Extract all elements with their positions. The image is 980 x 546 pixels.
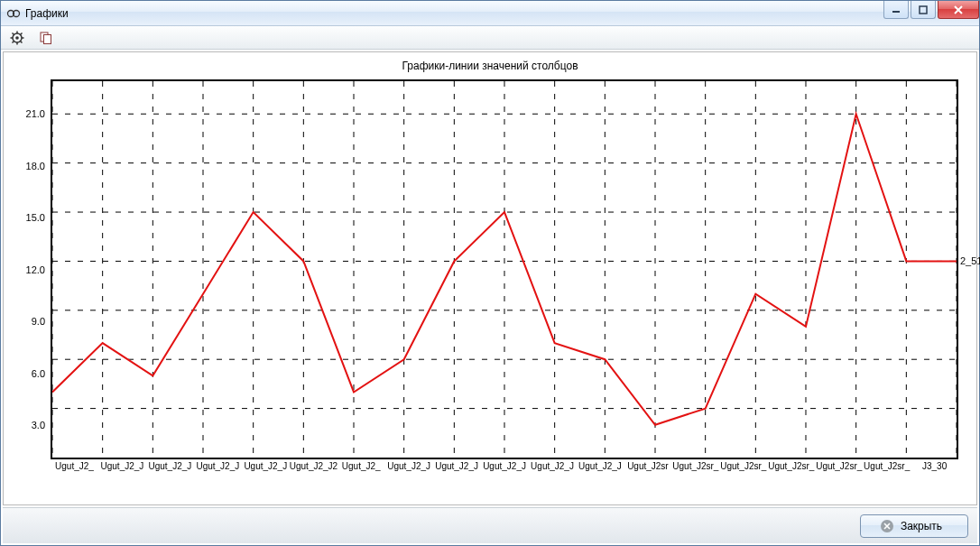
close-button-icon <box>881 520 893 532</box>
y-tick-label: 12.0 <box>26 264 45 275</box>
window-frame: Графики <box>0 0 980 546</box>
window-controls <box>883 1 979 19</box>
x-tick-label: Ugut_J2_ <box>51 461 98 477</box>
x-tick-label: Ugut_J2_J <box>98 461 146 477</box>
y-tick-label: 18.0 <box>26 161 45 171</box>
x-tick-label: Ugut_J2sr_ <box>671 461 719 477</box>
titlebar: Графики <box>1 1 979 26</box>
x-tick-label: J3_30 <box>911 461 958 477</box>
y-axis-labels: 3.06.09.012.015.018.021.0 <box>14 79 49 477</box>
y-tick-label: 21.0 <box>26 108 45 119</box>
svg-line-10 <box>13 32 14 34</box>
settings-button[interactable] <box>8 29 26 47</box>
copy-button[interactable] <box>37 29 55 47</box>
svg-line-12 <box>21 32 23 34</box>
close-window-button[interactable] <box>938 1 979 19</box>
x-tick-label: Ugut_J2_J <box>194 461 242 477</box>
x-tick-label: Ugut_J2_ <box>337 461 385 477</box>
maximize-button[interactable] <box>911 1 936 19</box>
chart-svg <box>52 81 957 458</box>
x-tick-label: Ugut_J2sr_ <box>719 461 767 477</box>
x-tick-label: Ugut_J2sr <box>624 461 671 477</box>
x-tick-label: Ugut_J2_J2s <box>290 461 337 477</box>
x-tick-label: Ugut_J2_J <box>146 461 194 477</box>
copy-icon <box>39 31 53 45</box>
close-button[interactable]: Закрыть <box>860 514 968 538</box>
minimize-button[interactable] <box>883 1 909 19</box>
x-tick-label: Ugut_J2_J <box>481 461 529 477</box>
x-tick-label: Ugut_J2sr_ <box>767 461 815 477</box>
x-tick-label: Ugut_J2_J <box>385 461 433 477</box>
svg-line-13 <box>13 41 14 42</box>
x-tick-label: Ugut_J2_J <box>576 461 624 477</box>
svg-rect-15 <box>44 34 51 43</box>
y-tick-label: 9.0 <box>32 316 45 327</box>
svg-line-11 <box>21 41 23 42</box>
svg-rect-3 <box>920 6 927 14</box>
toolbar <box>1 26 979 50</box>
app-icon <box>6 6 21 21</box>
x-tick-label: Ugut_J2sr_ <box>815 461 863 477</box>
window-title: Графики <box>25 7 69 20</box>
y-tick-label: 3.0 <box>32 420 45 430</box>
x-tick-label: Ugut_J2_J <box>529 461 577 477</box>
x-tick-label: Ugut_J2_J <box>433 461 481 477</box>
x-tick-label: Ugut_J2_J <box>242 461 290 477</box>
chart-panel: Графики-линии значений столбцов 3.06.09.… <box>3 51 977 505</box>
x-axis-labels: Ugut_J2_Ugut_J2_JUgut_J2_JUgut_J2_JUgut_… <box>51 461 958 477</box>
minimize-icon <box>892 5 901 14</box>
plot-box: 2_51 <box>51 79 958 459</box>
close-button-label: Закрыть <box>901 520 942 532</box>
svg-rect-2 <box>892 11 900 13</box>
x-tick-label: Ugut_J2sr_ <box>863 461 911 477</box>
bottom-bar: Закрыть <box>3 507 977 543</box>
gear-icon <box>10 31 24 45</box>
plot-wrap: 3.06.09.012.015.018.021.0 2_51 Ugut_J2_U… <box>14 79 966 477</box>
svg-point-5 <box>15 36 19 40</box>
y-tick-label: 6.0 <box>32 368 45 379</box>
maximize-icon <box>919 5 928 14</box>
y-tick-label: 15.0 <box>26 212 45 223</box>
chart-title: Графики-линии значений столбцов <box>4 60 976 72</box>
close-icon <box>953 5 964 14</box>
